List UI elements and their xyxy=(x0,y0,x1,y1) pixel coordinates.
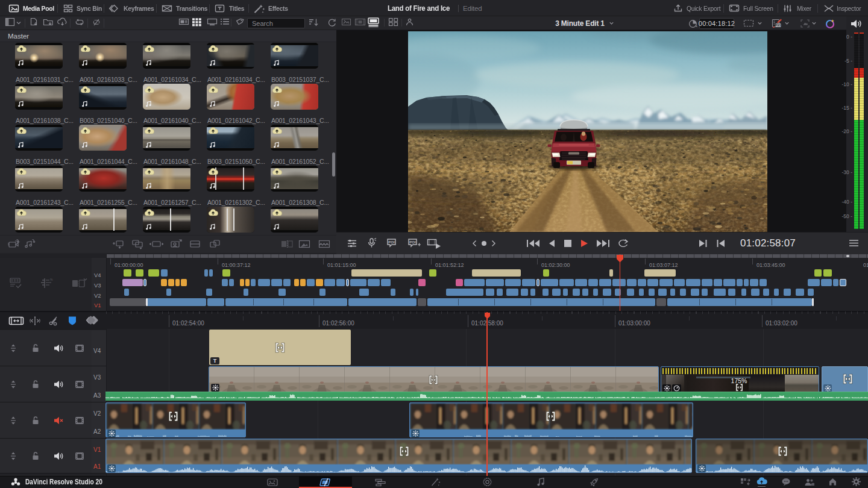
svg-text:PXY: PXY xyxy=(775,24,781,27)
svg-text:%: % xyxy=(50,278,53,281)
svg-text:POI: POI xyxy=(388,240,395,244)
svg-text:POI: POI xyxy=(409,240,416,244)
